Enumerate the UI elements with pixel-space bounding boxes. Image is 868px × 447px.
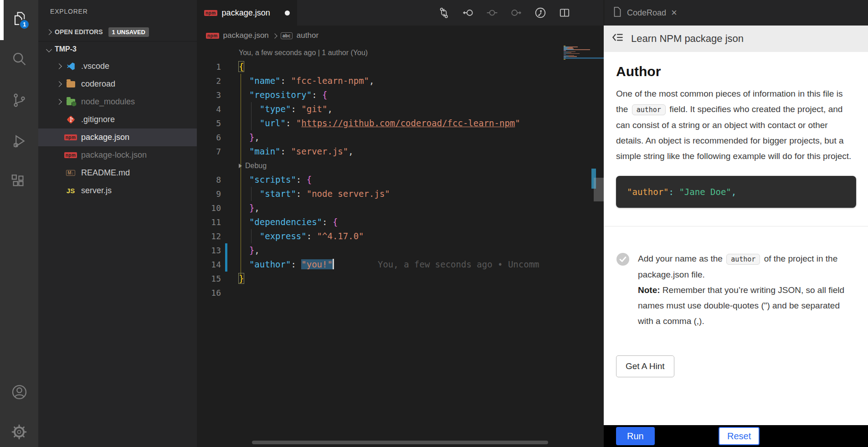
vscode-window: 1 bbox=[0, 0, 868, 447]
active-indicator bbox=[0, 0, 4, 40]
open-editors-label: OPEN EDITORS bbox=[55, 28, 103, 36]
codelens-blame[interactable]: You, a few seconds ago | 1 author (You) bbox=[197, 46, 564, 60]
line-number: 15 bbox=[197, 272, 221, 286]
code-text: "author": "you!"You, a few seconds ago •… bbox=[239, 257, 539, 272]
file-icon bbox=[612, 6, 622, 20]
code-line[interactable]: 7 "main": "server.js", bbox=[197, 144, 564, 159]
code-line[interactable]: 11 "dependencies": { bbox=[197, 215, 564, 229]
inline-blame-annotation: You, a few seconds ago • Uncomm bbox=[334, 259, 539, 269]
npm-icon: npm bbox=[65, 133, 77, 143]
more-actions-icon[interactable] bbox=[849, 9, 868, 17]
file-row-package.json[interactable]: npmpackage.json bbox=[38, 128, 197, 146]
vertical-scrollbar-thumb[interactable] bbox=[594, 178, 604, 201]
indent-guide bbox=[251, 229, 252, 243]
run-debug-icon bbox=[11, 133, 27, 151]
close-icon[interactable]: × bbox=[671, 8, 677, 18]
code-line[interactable]: 12 "express": "^4.17.0" bbox=[197, 229, 564, 243]
npm-icon: npm bbox=[206, 33, 219, 39]
codelens-debug[interactable]: Debug bbox=[197, 159, 564, 173]
code-line[interactable]: 9 "start": "node server.js" bbox=[197, 187, 564, 201]
code-line[interactable]: 4 "type": "git", bbox=[197, 102, 564, 116]
account-button[interactable] bbox=[0, 373, 38, 413]
code-line[interactable]: 5 "url": "https://github.com/coderoad/fc… bbox=[197, 116, 564, 130]
run-button[interactable]: Run bbox=[616, 427, 655, 445]
file-row-README.md[interactable]: M↓README.md bbox=[38, 164, 197, 182]
file-row-.gitignore[interactable]: .gitignore bbox=[38, 111, 197, 128]
code-line[interactable]: 3 "repository": { bbox=[197, 88, 564, 102]
file-row-package-lock.json[interactable]: npmpackage-lock.json bbox=[38, 146, 197, 164]
code-editor[interactable]: You, a few seconds ago | 1 author (You)1… bbox=[197, 46, 564, 328]
minimap-line bbox=[564, 49, 590, 50]
more-actions-icon[interactable] bbox=[175, 5, 188, 18]
code-line[interactable]: 1{ bbox=[197, 60, 564, 74]
navigate-back-icon[interactable] bbox=[462, 7, 474, 19]
code-line[interactable]: 16 bbox=[197, 286, 564, 300]
folder-root[interactable]: TMP-3 bbox=[38, 41, 197, 57]
code-line[interactable]: 15} bbox=[197, 272, 564, 286]
file-row-.vscode[interactable]: .vscode bbox=[38, 57, 197, 75]
more-actions-icon[interactable] bbox=[583, 7, 595, 19]
code-line[interactable]: 10 }, bbox=[197, 201, 564, 215]
line-number: 10 bbox=[197, 201, 221, 215]
example-code-block: "author": "Jane Doe", bbox=[616, 176, 856, 208]
open-editors-section[interactable]: OPEN EDITORS 1 UNSAVED bbox=[38, 23, 197, 41]
tab-package-json[interactable]: npm package.json bbox=[197, 0, 297, 26]
gutter bbox=[197, 46, 221, 60]
code-line[interactable]: 14 "author": "you!"You, a few seconds ag… bbox=[197, 257, 564, 272]
code-line[interactable]: 13 }, bbox=[197, 243, 564, 257]
abc-symbol-icon: abc bbox=[281, 32, 293, 39]
activity-source-control[interactable] bbox=[0, 81, 38, 121]
next-change-icon[interactable] bbox=[510, 7, 522, 19]
panel-tab-label: CodeRoad bbox=[627, 8, 666, 18]
codelens-text[interactable]: Debug bbox=[239, 159, 267, 173]
get-hint-button[interactable]: Get A Hint bbox=[616, 355, 674, 377]
code-line[interactable]: 8 "scripts": { bbox=[197, 173, 564, 187]
modified-dot-icon[interactable] bbox=[285, 10, 290, 15]
open-changes-icon[interactable] bbox=[438, 7, 450, 19]
timeline-icon[interactable] bbox=[534, 7, 546, 19]
lesson-paragraph: One of the most common pieces of informa… bbox=[616, 86, 856, 164]
minimap-selection-highlight bbox=[564, 57, 604, 59]
file-label: server.js bbox=[81, 186, 112, 195]
line-number: 12 bbox=[197, 229, 221, 243]
toggle-menu-icon[interactable] bbox=[611, 31, 624, 47]
reset-button[interactable]: Reset bbox=[719, 427, 760, 445]
code-line[interactable]: 2 "name": "fcc-learn-npm", bbox=[197, 74, 564, 88]
codelens-text[interactable]: You, a few seconds ago | 1 author (You) bbox=[239, 46, 368, 60]
file-tree: .vscodecoderoadnode_modules.gitignorenpm… bbox=[38, 57, 197, 200]
activity-search[interactable] bbox=[0, 40, 38, 80]
settings-button[interactable] bbox=[0, 413, 38, 447]
code-line[interactable]: 6 }, bbox=[197, 130, 564, 144]
tab-coderoad[interactable]: CodeRoad × bbox=[604, 0, 685, 26]
line-number bbox=[197, 159, 221, 173]
file-row-node_modules[interactable]: node_modules bbox=[38, 93, 197, 111]
previous-change-icon[interactable] bbox=[486, 7, 498, 19]
file-row-coderoad[interactable]: coderoad bbox=[38, 75, 197, 93]
file-row-server.js[interactable]: JSserver.js bbox=[38, 182, 197, 200]
file-label: README.md bbox=[81, 168, 130, 178]
js-icon: JS bbox=[65, 186, 77, 196]
panel-tab-bar: CodeRoad × bbox=[604, 0, 868, 26]
chevron-right-icon bbox=[273, 31, 277, 40]
bracket-guide bbox=[241, 74, 241, 274]
activity-explorer[interactable]: 1 bbox=[0, 0, 38, 40]
breadcrumb-file[interactable]: package.json bbox=[223, 31, 269, 40]
code-text: "express": "^4.17.0" bbox=[239, 229, 364, 243]
horizontal-scrollbar[interactable] bbox=[252, 441, 548, 444]
page-title: Author bbox=[616, 64, 856, 79]
chevron-right-icon bbox=[53, 82, 65, 86]
editor-tab-bar: npm package.json bbox=[197, 0, 604, 26]
markdown-icon: M↓ bbox=[65, 168, 77, 178]
split-editor-icon[interactable] bbox=[559, 7, 570, 19]
line-number: 13 bbox=[197, 243, 221, 257]
folder-icon bbox=[65, 79, 77, 89]
activity-extensions[interactable] bbox=[0, 163, 38, 203]
breadcrumb-symbol[interactable]: author bbox=[297, 31, 318, 40]
line-number: 14 bbox=[197, 257, 221, 272]
activity-run-debug[interactable] bbox=[0, 122, 38, 162]
search-icon bbox=[11, 51, 27, 69]
line-number: 9 bbox=[197, 187, 221, 201]
extensions-icon bbox=[11, 174, 27, 192]
breadcrumb[interactable]: npm package.json abc author bbox=[197, 26, 604, 46]
code-text: "dependencies": { bbox=[239, 215, 338, 229]
